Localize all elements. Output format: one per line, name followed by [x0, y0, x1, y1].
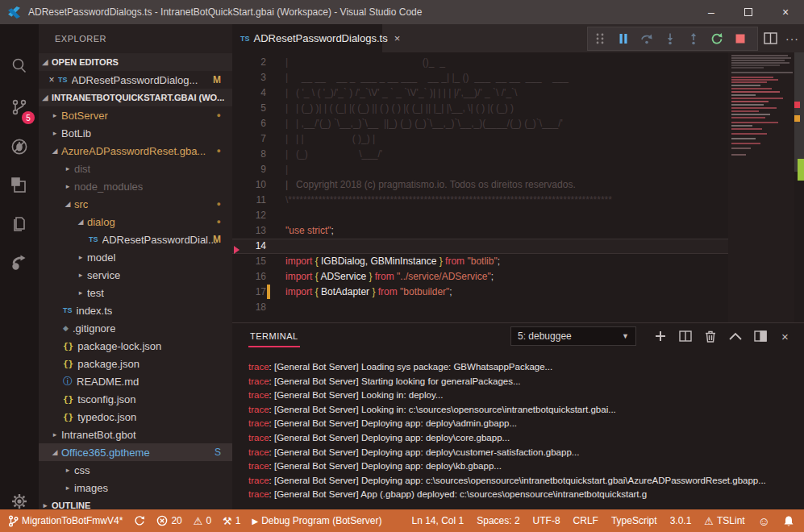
close-icon[interactable]: ×: [45, 74, 58, 85]
tree-item-dialog[interactable]: ◢dialog●: [39, 213, 232, 231]
tree-item-package-json[interactable]: {}package.json: [39, 355, 232, 372]
tree-item-package-lock-json[interactable]: {}package-lock.json: [39, 337, 232, 355]
pause-button[interactable]: [611, 27, 635, 50]
code-line-8[interactable]: 8| (_) \___/': [232, 147, 728, 162]
line-number[interactable]: 4: [232, 85, 266, 101]
code-line-2[interactable]: 2| ()_ _: [232, 55, 728, 70]
code-line-13[interactable]: 13"use strict";: [232, 223, 728, 239]
code-line-15[interactable]: 15import { IGBDialog, GBMinInstance } fr…: [232, 254, 728, 269]
pages-icon[interactable]: [0, 205, 39, 243]
tree-item-images[interactable]: ▸images: [39, 479, 232, 497]
outline-section[interactable]: ▸ OUTLINE: [39, 497, 232, 509]
indentation[interactable]: Spaces: 2: [477, 515, 519, 526]
tree-item-azureadpasswordreset-gba[interactable]: ◢AzureADPasswordReset.gba...●: [39, 142, 232, 160]
tree-item-dist[interactable]: ▸dist: [39, 160, 232, 177]
workspace-section[interactable]: ◢ INTRANETBOTQUICKSTART.GBAI (WO...: [39, 89, 232, 106]
line-number[interactable]: 6: [232, 116, 266, 131]
warnings-indicator[interactable]: ⚠ 0: [194, 515, 211, 527]
line-number[interactable]: 3: [232, 70, 266, 85]
tree-item-index-ts[interactable]: TSindex.ts: [39, 301, 232, 319]
close-tab-icon[interactable]: ×: [394, 32, 401, 44]
code-line-17[interactable]: 17import { BotAdapter } from "botbuilder…: [232, 285, 728, 300]
terminal-select[interactable]: 5: debuggee ▼: [510, 326, 636, 346]
terminal-output[interactable]: trace: [General Bot Server] Loading sys …: [248, 349, 794, 509]
tree-item-adresetpassworddial[interactable]: TSADResetPasswordDial...M: [39, 231, 232, 248]
extensions-icon[interactable]: [0, 166, 39, 205]
step-into-button[interactable]: [658, 27, 681, 50]
notifications-bell-icon[interactable]: [783, 515, 794, 527]
step-over-button[interactable]: [635, 27, 658, 50]
close-panel-button[interactable]: ×: [773, 325, 798, 347]
terminal-tab[interactable]: TERMINAL: [248, 326, 300, 347]
open-editors-section[interactable]: ◢ OPEN EDITORS: [39, 53, 232, 71]
search-icon[interactable]: [0, 47, 39, 85]
tree-item-botlib[interactable]: ▸BotLib: [39, 124, 232, 142]
close-button[interactable]: ×: [767, 0, 804, 24]
tree-item-model[interactable]: ▸model: [39, 248, 232, 266]
errors-indicator[interactable]: 20: [156, 515, 181, 526]
line-number[interactable]: 16: [232, 269, 266, 285]
more-actions-icon[interactable]: ···: [785, 32, 799, 45]
code-line-3[interactable]: 3| __ __ __ _ ___ _ __ ___ __ _| |_ () _…: [232, 70, 728, 85]
line-number[interactable]: 11: [232, 193, 266, 208]
tree-item-typedoc-json[interactable]: {}typedoc.json: [39, 408, 232, 426]
tree-item-intranetbot-gbot[interactable]: ▸IntranetBot.gbot: [39, 426, 232, 443]
tree-item-office365-gbtheme[interactable]: ◢Office365.gbthemeS: [39, 443, 232, 461]
sync-indicator[interactable]: [134, 515, 145, 526]
line-number[interactable]: 13: [232, 223, 266, 239]
tree-item-gitignore[interactable]: ◆.gitignore: [39, 319, 232, 337]
line-number[interactable]: 7: [232, 131, 266, 147]
tree-item-src[interactable]: ◢src●: [39, 195, 232, 213]
code-line-18[interactable]: 18: [232, 300, 728, 315]
minimize-button[interactable]: –: [693, 0, 730, 24]
encoding[interactable]: UTF-8: [533, 515, 560, 526]
cursor-position[interactable]: Ln 14, Col 1: [411, 515, 464, 526]
code-line-14[interactable]: 14: [232, 239, 728, 254]
stop-button[interactable]: [728, 27, 752, 50]
debug-program-indicator[interactable]: ▶ Debug Program (BotServer): [252, 515, 381, 526]
code-line-7[interactable]: 7| | | ( )_) |: [232, 131, 728, 147]
minimap[interactable]: [728, 52, 794, 322]
tree-item-botserver[interactable]: ▸BotServer●: [39, 106, 232, 124]
editor[interactable]: 2| ()_ _3| __ __ __ _ ___ _ __ ___ __ _|…: [232, 52, 804, 322]
tab-adresetpassworddialogs[interactable]: TS ADResetPasswordDialogs.ts ×: [232, 24, 382, 52]
code-line-6[interactable]: 6| | ,__/'(_) `\__,_)`\__ ||_) (_) (_)`\…: [232, 116, 728, 131]
code-line-5[interactable]: 5| | (_) )| | ( (_| |( (_) || ( ) ( ) |(…: [232, 101, 728, 116]
line-number[interactable]: 9: [232, 162, 266, 177]
scrollbar-thumb[interactable]: [794, 52, 804, 172]
restart-button[interactable]: [705, 27, 728, 50]
tree-item-service[interactable]: ▸service: [39, 266, 232, 284]
step-out-button[interactable]: [681, 27, 705, 50]
tree-item-test[interactable]: ▸test: [39, 284, 232, 301]
code-line-16[interactable]: 16import { ADService } from "../service/…: [232, 269, 728, 285]
source-control-icon[interactable]: 5: [0, 89, 39, 127]
git-branch-indicator[interactable]: MigrationToBotFmwV4*: [8, 515, 123, 527]
debug-icon[interactable]: [0, 127, 39, 166]
new-terminal-button[interactable]: [648, 325, 673, 347]
language-mode[interactable]: TypeScript: [611, 515, 657, 526]
code-line-4[interactable]: 4| ( '_ \ ( '_)/'_` ) /'_`\V' _ ` _ `\V'…: [232, 85, 728, 101]
maximize-button[interactable]: [730, 0, 767, 24]
tree-item-node-modules[interactable]: ▸node_modules: [39, 177, 232, 195]
tree-item-tsconfig-json[interactable]: {}tsconfig.json: [39, 390, 232, 408]
move-panel-button[interactable]: [748, 325, 773, 347]
eol-sequence[interactable]: CRLF: [573, 515, 598, 526]
kill-terminal-button[interactable]: [698, 325, 723, 347]
split-terminal-button[interactable]: [673, 325, 698, 347]
code-line-10[interactable]: 10| Copyright 2018 (c) pragmatismo.io. T…: [232, 177, 728, 193]
line-number[interactable]: 12: [232, 208, 266, 223]
tasks-indicator[interactable]: ⚒ 1: [223, 515, 240, 527]
maximize-panel-button[interactable]: [723, 325, 748, 347]
line-number[interactable]: 18: [232, 300, 266, 315]
tslint-indicator[interactable]: ⚠ TSLint: [704, 515, 744, 527]
code-line-9[interactable]: 9|: [232, 162, 728, 177]
line-number[interactable]: 2: [232, 55, 266, 70]
line-number[interactable]: 5: [232, 101, 266, 116]
split-editor-icon[interactable]: [764, 32, 777, 44]
feedback-smiley-icon[interactable]: ☺: [758, 514, 770, 528]
line-number[interactable]: 8: [232, 147, 266, 162]
code-line-11[interactable]: 11\*************************************…: [232, 193, 728, 208]
drag-grip-icon[interactable]: [588, 27, 611, 50]
code-line-12[interactable]: 12: [232, 208, 728, 223]
tree-item-readme-md[interactable]: ⓘREADME.md: [39, 372, 232, 390]
